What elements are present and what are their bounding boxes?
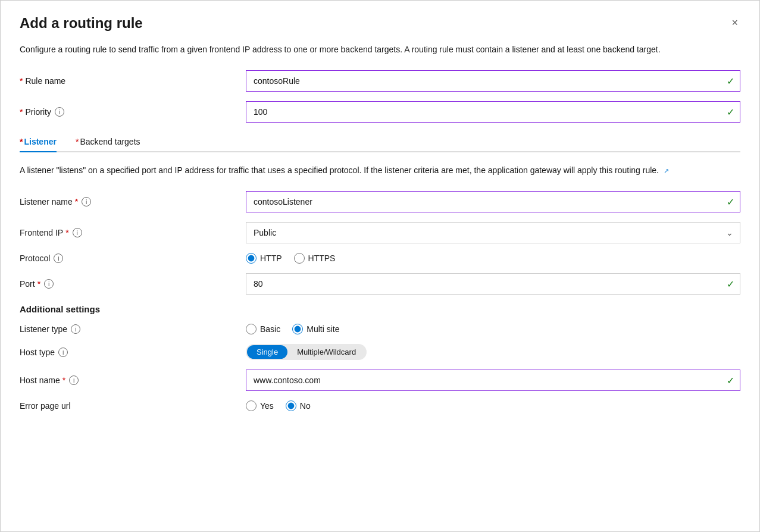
port-row: Port * i ✓: [20, 273, 740, 295]
rule-name-label: * Rule name: [20, 76, 246, 86]
priority-info-icon[interactable]: i: [55, 107, 64, 117]
additional-settings-section: Additional settings Listener type i Basi…: [20, 304, 740, 411]
host-name-info-icon[interactable]: i: [69, 375, 79, 385]
protocol-label: Protocol i: [20, 254, 246, 263]
rule-name-input-wrap: ✓: [246, 70, 740, 92]
listener-name-control: ✓: [246, 191, 740, 212]
host-name-input-wrap: ✓: [246, 370, 740, 391]
listener-type-multisite-radio[interactable]: [292, 324, 303, 334]
host-name-label-text: Host name: [20, 375, 60, 385]
host-name-control: ✓: [246, 370, 740, 391]
listener-type-label-text: Listener type: [20, 324, 67, 334]
listener-name-label-text: Listener name: [20, 197, 73, 206]
error-page-url-label-text: Error page url: [20, 401, 71, 411]
host-type-info-icon[interactable]: i: [58, 348, 68, 357]
priority-input-wrap: ✓: [246, 101, 740, 123]
host-name-input[interactable]: [246, 370, 740, 391]
rule-name-control: ✓: [246, 70, 740, 92]
protocol-info-icon[interactable]: i: [54, 254, 63, 263]
dialog-description: Configure a routing rule to send traffic…: [20, 43, 674, 56]
rule-name-check-icon: ✓: [727, 76, 734, 87]
protocol-http-radio[interactable]: [246, 253, 257, 264]
host-type-row: Host type i Single Multiple/Wildcard: [20, 344, 740, 360]
listener-tab-star: *: [20, 137, 23, 146]
error-page-url-yes-label[interactable]: Yes: [246, 400, 274, 411]
tab-listener[interactable]: *Listener: [20, 132, 57, 151]
protocol-http-label[interactable]: HTTP: [246, 253, 282, 264]
listener-type-basic-text: Basic: [260, 324, 280, 334]
priority-control: ✓: [246, 101, 740, 123]
priority-row: * Priority i ✓: [20, 101, 740, 123]
listener-name-check-icon: ✓: [727, 196, 734, 208]
error-page-url-no-radio[interactable]: [286, 400, 296, 411]
error-page-url-row: Error page url Yes No: [20, 400, 740, 411]
protocol-radio-group: HTTP HTTPS: [246, 253, 740, 264]
listener-type-basic-radio[interactable]: [246, 324, 257, 334]
error-page-url-no-text: No: [300, 401, 311, 411]
rule-name-input[interactable]: [246, 70, 740, 92]
protocol-https-radio[interactable]: [294, 253, 305, 264]
protocol-https-label[interactable]: HTTPS: [294, 253, 336, 264]
protocol-label-text: Protocol: [20, 254, 50, 263]
protocol-row: Protocol i HTTP HTTPS: [20, 253, 740, 264]
error-page-url-yes-text: Yes: [260, 401, 274, 411]
host-type-label: Host type i: [20, 348, 246, 357]
priority-required-star: *: [20, 107, 23, 117]
error-page-url-label: Error page url: [20, 401, 246, 411]
port-info-icon[interactable]: i: [44, 279, 54, 289]
protocol-https-text: HTTPS: [308, 254, 336, 263]
protocol-control: HTTP HTTPS: [246, 253, 740, 264]
frontend-ip-select[interactable]: Public Private: [246, 222, 740, 243]
listener-description-text: A listener "listens" on a specified port…: [20, 165, 659, 175]
priority-check-icon: ✓: [727, 107, 734, 118]
tab-backend-targets[interactable]: *Backend targets: [76, 132, 140, 151]
listener-name-label: Listener name * i: [20, 197, 246, 206]
host-name-check-icon: ✓: [727, 375, 734, 386]
priority-label: * Priority i: [20, 107, 246, 117]
listener-name-info-icon[interactable]: i: [82, 197, 91, 206]
frontend-ip-label-text: Frontend IP: [20, 228, 63, 237]
add-routing-rule-dialog: Add a routing rule × Configure a routing…: [0, 0, 760, 532]
error-page-url-yes-radio[interactable]: [246, 400, 257, 411]
error-page-url-control: Yes No: [246, 400, 740, 411]
listener-name-row: Listener name * i ✓: [20, 191, 740, 212]
frontend-ip-select-wrap: Public Private ⌄: [246, 222, 740, 243]
listener-type-radio-group: Basic Multi site: [246, 324, 740, 334]
rule-name-row: * Rule name ✓: [20, 70, 740, 92]
host-type-control: Single Multiple/Wildcard: [246, 344, 740, 360]
port-input[interactable]: [246, 273, 740, 295]
rule-name-required-star: *: [20, 76, 23, 86]
frontend-ip-info-icon[interactable]: i: [73, 228, 82, 237]
listener-type-info-icon[interactable]: i: [71, 324, 80, 334]
close-button[interactable]: ×: [729, 15, 740, 30]
error-page-url-radio-group: Yes No: [246, 400, 740, 411]
listener-type-label: Listener type i: [20, 324, 246, 334]
host-name-label: Host name * i: [20, 375, 246, 385]
error-page-url-no-label[interactable]: No: [286, 400, 311, 411]
port-label: Port * i: [20, 279, 246, 289]
listener-type-basic-label[interactable]: Basic: [246, 324, 280, 334]
host-type-single-btn[interactable]: Single: [247, 345, 287, 359]
tabs-row: *Listener *Backend targets: [20, 132, 740, 152]
listener-name-input[interactable]: [246, 191, 740, 212]
priority-label-text: Priority: [25, 107, 51, 117]
backend-tab-star: *: [76, 137, 79, 146]
external-link-icon[interactable]: ↗: [664, 167, 669, 174]
host-name-required-star: *: [62, 375, 65, 385]
priority-input[interactable]: [246, 101, 740, 123]
host-type-multiple-wildcard-btn[interactable]: Multiple/Wildcard: [287, 345, 365, 359]
port-input-wrap: ✓: [246, 273, 740, 295]
listener-type-multisite-text: Multi site: [306, 324, 339, 334]
frontend-ip-label: Frontend IP * i: [20, 228, 246, 237]
port-check-icon: ✓: [727, 278, 734, 290]
backend-tab-label: Backend targets: [80, 137, 140, 146]
listener-type-control: Basic Multi site: [246, 324, 740, 334]
listener-name-input-wrap: ✓: [246, 191, 740, 212]
listener-type-multisite-label[interactable]: Multi site: [292, 324, 339, 334]
additional-settings-title: Additional settings: [20, 304, 740, 314]
frontend-ip-required-star: *: [65, 228, 68, 237]
host-name-row: Host name * i ✓: [20, 370, 740, 391]
port-control: ✓: [246, 273, 740, 295]
listener-tab-label: Listener: [24, 137, 56, 146]
protocol-http-text: HTTP: [260, 254, 282, 263]
